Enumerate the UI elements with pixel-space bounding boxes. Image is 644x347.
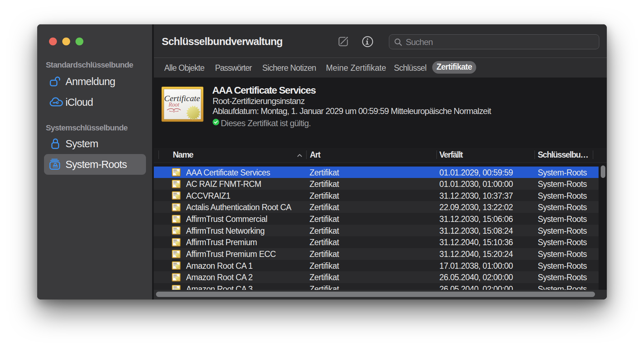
svg-text:Root: Root [168, 101, 180, 108]
